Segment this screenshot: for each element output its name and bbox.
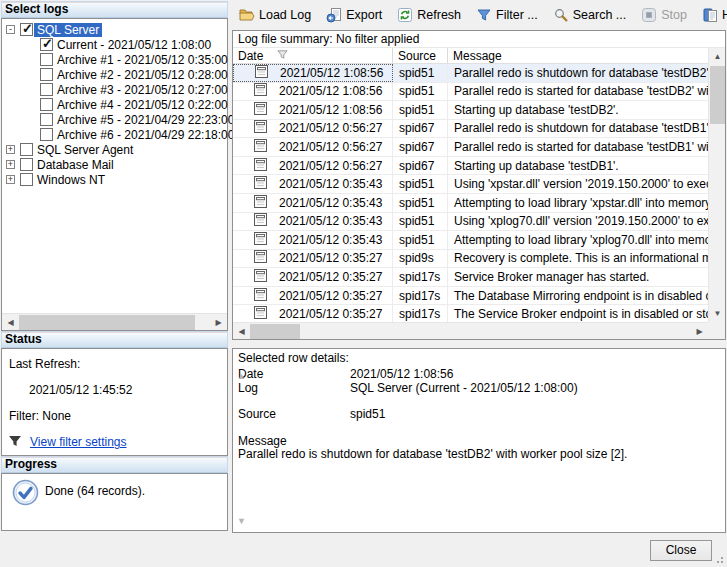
log-row-date-cell[interactable]: 2021/05/12 0:35:43 xyxy=(233,231,393,249)
log-row-message-cell[interactable]: Using 'xplog70.dll' version '2019.150.20… xyxy=(448,213,708,231)
scroll-down-icon[interactable]: ▼ xyxy=(709,305,726,322)
log-row-date-cell[interactable]: 2021/05/12 0:35:27 xyxy=(233,287,393,305)
tree-expander-icon[interactable]: + xyxy=(6,145,15,154)
help-button[interactable]: Help xyxy=(696,3,727,27)
scroll-right-icon[interactable]: ▶ xyxy=(691,323,708,340)
log-row-source-cell[interactable]: spid51 xyxy=(393,64,448,82)
log-row-source-cell[interactable]: spid67 xyxy=(393,120,448,138)
log-row-message-cell[interactable]: Service Broker manager has started. xyxy=(448,268,708,286)
log-row-message-cell[interactable]: The Database Mirroring endpoint is in di… xyxy=(448,287,708,305)
search-button[interactable]: Search ... xyxy=(547,3,633,27)
tree-checkbox[interactable]: ✓ xyxy=(40,53,53,66)
log-row-date-cell[interactable]: 2021/05/12 0:56:27 xyxy=(233,157,393,175)
log-row-source-cell[interactable]: spid17s xyxy=(393,268,448,286)
filter-button[interactable]: Filter ... xyxy=(470,3,544,27)
log-row-source-cell[interactable]: spid17s xyxy=(393,287,448,305)
resize-grip-icon[interactable] xyxy=(713,553,723,563)
tree-checkbox[interactable]: ✓ xyxy=(40,128,53,141)
tree-item-label[interactable]: Archive #4 - 2021/05/12 0:22:00 xyxy=(54,98,231,112)
column-header-source[interactable]: Source xyxy=(393,48,448,63)
tree-checkbox[interactable]: ✓ xyxy=(20,158,33,171)
tree-item[interactable]: ✓ Archive #2 - 2021/05/12 0:28:00 xyxy=(2,67,227,82)
stop-button[interactable]: Stop xyxy=(635,3,693,27)
scroll-left-icon[interactable]: ◀ xyxy=(2,314,19,331)
tree-checkbox[interactable]: ✓ xyxy=(20,173,33,186)
log-row-date-cell[interactable]: 2021/05/12 0:35:27 xyxy=(233,305,393,322)
scrollbar-thumb[interactable] xyxy=(250,324,300,339)
log-row-source-cell[interactable]: spid51 xyxy=(393,83,448,101)
tree-checkbox[interactable]: ✓ xyxy=(40,38,53,51)
log-row[interactable]: 2021/05/12 0:35:43 spid51 Attempting to … xyxy=(233,194,708,213)
log-row-date-cell[interactable]: 2021/05/12 0:35:43 xyxy=(233,175,393,193)
tree-item-label[interactable]: Windows NT xyxy=(34,173,108,187)
tree-item[interactable]: + ✓ SQL Server Agent xyxy=(2,142,227,157)
log-row-source-cell[interactable]: spid17s xyxy=(393,305,448,322)
log-row-date-cell[interactable]: 2021/05/12 0:56:27 xyxy=(233,138,393,156)
tree-item-label[interactable]: Archive #5 - 2021/04/29 22:23:00 xyxy=(54,113,237,127)
tree-item-label[interactable]: SQL Server Agent xyxy=(34,143,136,157)
scroll-right-icon[interactable]: ▶ xyxy=(210,314,227,331)
tree-expander-icon[interactable]: - xyxy=(6,25,15,34)
tree-horizontal-scrollbar[interactable]: ◀ ▶ xyxy=(2,313,227,330)
log-row-source-cell[interactable]: spid67 xyxy=(393,138,448,156)
log-row-date-cell[interactable]: 2021/05/12 0:35:43 xyxy=(233,213,393,231)
log-row-message-cell[interactable]: Starting up database 'testDB2'. xyxy=(448,101,708,119)
log-row[interactable]: 2021/05/12 0:35:43 spid51 Using 'xplog70… xyxy=(233,213,708,232)
tree-item-label[interactable]: Archive #6 - 2021/04/29 22:18:00 xyxy=(54,128,237,142)
log-row[interactable]: 2021/05/12 0:56:27 spid67 Parallel redo … xyxy=(233,120,708,139)
tree-item[interactable]: ✓ Archive #6 - 2021/04/29 22:18:00 xyxy=(2,127,227,142)
tree-item[interactable]: ✓ Archive #1 - 2021/05/12 0:35:00 xyxy=(2,52,227,67)
log-row-date-cell[interactable]: 2021/05/12 0:35:43 xyxy=(233,194,393,212)
tree-item[interactable]: + ✓ Database Mail xyxy=(2,157,227,172)
log-row-date-cell[interactable]: 2021/05/12 1:08:56 xyxy=(233,101,393,119)
grid-horizontal-scrollbar[interactable]: ◀ ▶ xyxy=(233,322,708,339)
grid-vertical-scrollbar[interactable]: ▲ ▼ xyxy=(708,48,725,322)
tree-item-label[interactable]: Archive #2 - 2021/05/12 0:28:00 xyxy=(54,68,231,82)
scroll-down-icon[interactable]: ▼ xyxy=(233,516,250,526)
load-log-button[interactable]: Load Log xyxy=(233,3,317,27)
scrollbar-thumb[interactable] xyxy=(710,66,725,124)
log-row-date-cell[interactable]: 2021/05/12 1:08:56 xyxy=(233,83,393,101)
tree-item[interactable]: ✓ Archive #3 - 2021/05/12 0:27:00 xyxy=(2,82,227,97)
refresh-button[interactable]: Refresh xyxy=(391,3,467,27)
log-row-message-cell[interactable]: Using 'xpstar.dll' version '2019.150.200… xyxy=(448,175,708,193)
tree-checkbox[interactable]: ✓ xyxy=(40,83,53,96)
tree-item[interactable]: + ✓ Windows NT xyxy=(2,172,227,187)
log-row-date-cell[interactable]: 2021/05/12 0:35:27 xyxy=(233,268,393,286)
tree-checkbox[interactable]: ✓ xyxy=(40,98,53,111)
log-row[interactable]: 2021/05/12 0:35:27 spid17s The Service B… xyxy=(233,305,708,322)
log-row[interactable]: 2021/05/12 1:08:56 spid51 Parallel redo … xyxy=(233,83,708,102)
log-row-message-cell[interactable]: Parallel redo is started for database 't… xyxy=(448,83,708,101)
log-row-source-cell[interactable]: spid9s xyxy=(393,250,448,268)
log-row-message-cell[interactable]: Parallel redo is shutdown for database '… xyxy=(448,120,708,138)
log-row-source-cell[interactable]: spid51 xyxy=(393,231,448,249)
tree-expander-icon[interactable]: + xyxy=(6,175,15,184)
tree-checkbox[interactable]: ✓ xyxy=(20,23,33,36)
log-row[interactable]: 2021/05/12 0:35:27 spid17s Service Broke… xyxy=(233,268,708,287)
log-row-message-cell[interactable]: Attempting to load library 'xplog70.dll'… xyxy=(448,231,708,249)
close-button[interactable]: Close xyxy=(650,540,712,561)
column-header-message[interactable]: Message xyxy=(448,48,708,63)
scroll-up-icon[interactable]: ▲ xyxy=(233,371,250,381)
log-row[interactable]: 2021/05/12 0:35:27 spid17s The Database … xyxy=(233,287,708,306)
log-row-source-cell[interactable]: spid67 xyxy=(393,157,448,175)
tree-item-label[interactable]: Current - 2021/05/12 1:08:00 xyxy=(54,38,214,52)
log-row[interactable]: 2021/05/12 1:08:56 spid51 Parallel redo … xyxy=(233,64,708,83)
tree-checkbox[interactable]: ✓ xyxy=(40,113,53,126)
scroll-left-icon[interactable]: ◀ xyxy=(233,323,250,340)
log-row-message-cell[interactable]: The Service Broker endpoint is in disabl… xyxy=(448,305,708,322)
log-row[interactable]: 2021/05/12 0:56:27 spid67 Parallel redo … xyxy=(233,138,708,157)
export-button[interactable]: Export xyxy=(320,3,388,27)
log-row[interactable]: 2021/05/12 1:08:56 spid51 Starting up da… xyxy=(233,101,708,120)
log-row[interactable]: 2021/05/12 0:35:43 spid51 Using 'xpstar.… xyxy=(233,175,708,194)
log-row-date-cell[interactable]: 2021/05/12 1:08:56 xyxy=(233,64,393,82)
log-row-message-cell[interactable]: Recovery is complete. This is an informa… xyxy=(448,250,708,268)
log-row[interactable]: 2021/05/12 0:56:27 spid67 Starting up da… xyxy=(233,157,708,176)
log-row-message-cell[interactable]: Attempting to load library 'xpstar.dll' … xyxy=(448,194,708,212)
log-row-source-cell[interactable]: spid51 xyxy=(393,175,448,193)
tree-checkbox[interactable]: ✓ xyxy=(20,143,33,156)
log-row-source-cell[interactable]: spid51 xyxy=(393,194,448,212)
tree-checkbox[interactable]: ✓ xyxy=(40,68,53,81)
scroll-up-icon[interactable]: ▲ xyxy=(709,48,726,65)
log-row-message-cell[interactable]: Parallel redo is shutdown for database '… xyxy=(448,64,708,82)
